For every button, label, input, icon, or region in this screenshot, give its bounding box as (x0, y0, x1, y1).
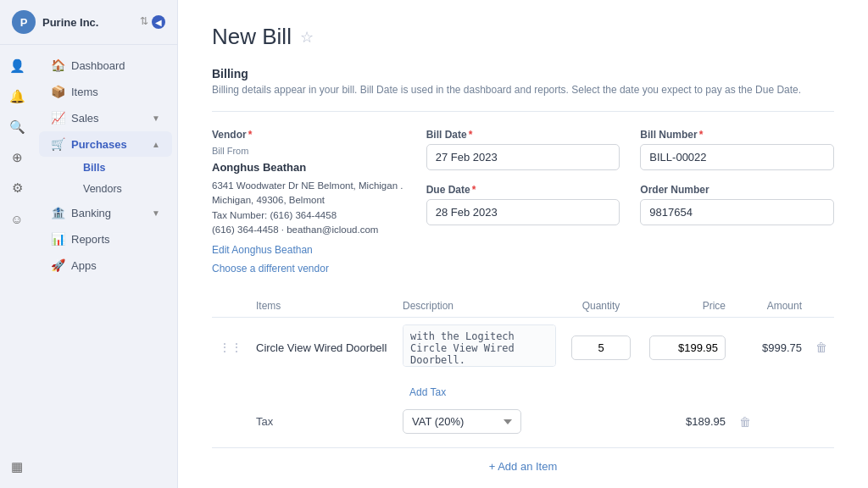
gear-icon[interactable]: ⚙ (4, 175, 30, 201)
amount-cell: $999.75 (732, 318, 809, 378)
delete-row-icon[interactable]: 🗑 (815, 341, 827, 354)
add-tax-row: Add Tax (212, 377, 834, 406)
description-header: Description (396, 295, 563, 318)
quantity-input[interactable] (571, 336, 631, 360)
items-header: Items (249, 295, 396, 318)
sales-chevron: ▼ (152, 114, 160, 123)
delete-tax-icon[interactable]: 🗑 (739, 415, 751, 429)
sidebar-item-purchases[interactable]: 🛒 Purchases ▲ (39, 131, 172, 157)
purchases-submenu: Bills Vendors (34, 158, 177, 199)
vendor-full-name: Aonghus Beathan (212, 161, 406, 174)
sales-icon: 📈 (51, 111, 64, 125)
sidebar-item-reports[interactable]: 📊 Reports (39, 226, 172, 252)
icon-rail: 👤 🔔 🔍 ⊕ ⚙ ☺ ▦ (0, 45, 34, 488)
due-date-label: Due Date* (426, 184, 620, 196)
nav-list: 🏠 Dashboard 📦 Items 📈 Sales ▼ 🛒 Purchase… (34, 45, 177, 488)
choose-vendor-link[interactable]: Choose a different vendor (212, 263, 406, 274)
totals-section: Subtotal $999.75 % $ $49.99 🗑 (212, 485, 834, 488)
sidebar-item-apps[interactable]: 🚀 Apps (39, 252, 172, 278)
page-title-row: New Bill ☆ (212, 24, 834, 50)
expand-icon[interactable]: ⇅ (140, 15, 148, 29)
items-icon: 📦 (51, 85, 64, 98)
section-divider (212, 111, 834, 112)
delete-header (809, 295, 834, 318)
bill-date-label: Bill Date* (426, 129, 620, 141)
sidebar-item-sales[interactable]: 📈 Sales ▼ (39, 105, 172, 130)
item-name: Circle View Wired Doorbell (256, 341, 389, 354)
plus-circle-icon[interactable]: ⊕ (4, 145, 30, 170)
user-icon[interactable]: 👤 (4, 53, 30, 79)
sidebar-item-banking[interactable]: 🏦 Banking ▼ (39, 200, 172, 225)
price-header: Price (639, 295, 732, 318)
bill-number-label: Bill Number* (640, 129, 834, 141)
sidebar-item-dashboard[interactable]: 🏠 Dashboard (39, 53, 172, 78)
bill-number-group: Bill Number* Order Number (640, 129, 834, 225)
edit-vendor-link[interactable]: Edit Aonghus Beathan (212, 244, 406, 256)
page-title: New Bill (212, 24, 292, 50)
sidebar-item-bills[interactable]: Bills (71, 158, 172, 178)
drag-handle-icon[interactable]: ⋮⋮ (219, 341, 242, 354)
bill-date-input[interactable] (426, 144, 620, 170)
vendor-label: Vendor* (212, 129, 406, 141)
company-logo: P (12, 10, 36, 34)
purchases-chevron: ▲ (152, 140, 160, 149)
nav-arrow-icon[interactable]: ◀ (152, 15, 165, 29)
table-row: ⋮⋮ Circle View Wired Doorbell with the L… (212, 318, 834, 378)
company-name: Purine Inc. (42, 16, 133, 29)
reports-icon: 📊 (51, 232, 64, 246)
amount-header: Amount (732, 295, 809, 318)
quantity-header: Quantity (563, 295, 639, 318)
smile-icon[interactable]: ☺ (4, 206, 30, 231)
dashboard-icon: 🏠 (51, 58, 64, 72)
banking-icon: 🏦 (51, 206, 64, 219)
bill-number-input[interactable] (640, 144, 834, 170)
bill-date-group: Bill Date* Due Date* (426, 129, 620, 225)
due-date-input[interactable] (426, 199, 620, 225)
price-input[interactable] (649, 336, 726, 360)
drag-header (212, 295, 249, 318)
billing-section-title: Billing (212, 67, 834, 80)
purchases-icon: 🛒 (51, 137, 64, 151)
vendor-name: Bill From (212, 146, 406, 156)
tax-select[interactable]: VAT (20%) (403, 409, 521, 434)
sidebar-header-controls[interactable]: ⇅ ◀ (140, 15, 165, 29)
tax-row: Tax VAT (20%) $189.95 🗑 (212, 406, 834, 437)
grid-icon[interactable]: ▦ (4, 454, 30, 480)
item-description-input[interactable]: with the Logitech Circle View Wired Door… (403, 324, 556, 367)
billing-form: Vendor* Bill From Aonghus Beathan 6341 W… (212, 129, 834, 274)
vendor-address: 6341 Woodwater Dr NE Belmont, Michigan .… (212, 179, 406, 237)
items-table: Items Description Quantity Price Amount … (212, 295, 834, 437)
billing-section-desc: Billing details appear in your bill. Bil… (212, 84, 834, 96)
vendor-group: Vendor* Bill From Aonghus Beathan 6341 W… (212, 129, 406, 274)
sidebar-item-items[interactable]: 📦 Items (39, 79, 172, 104)
bell-icon[interactable]: 🔔 (4, 84, 30, 109)
sidebar-header: P Purine Inc. ⇅ ◀ (0, 0, 177, 45)
tax-amount: $189.95 (639, 406, 732, 437)
banking-chevron: ▼ (152, 208, 160, 218)
apps-icon: 🚀 (51, 258, 64, 272)
order-number-input[interactable] (640, 199, 834, 225)
add-item-button[interactable]: + Add an Item (212, 447, 834, 485)
add-tax-link[interactable]: Add Tax (403, 385, 453, 400)
tax-label: Tax (249, 406, 396, 437)
sidebar-item-vendors[interactable]: Vendors (71, 179, 172, 199)
favorite-star-icon[interactable]: ☆ (300, 28, 314, 47)
main-content: New Bill ☆ Billing Billing details appea… (178, 0, 868, 488)
order-number-label: Order Number (640, 184, 834, 196)
search-icon[interactable]: 🔍 (4, 114, 30, 140)
